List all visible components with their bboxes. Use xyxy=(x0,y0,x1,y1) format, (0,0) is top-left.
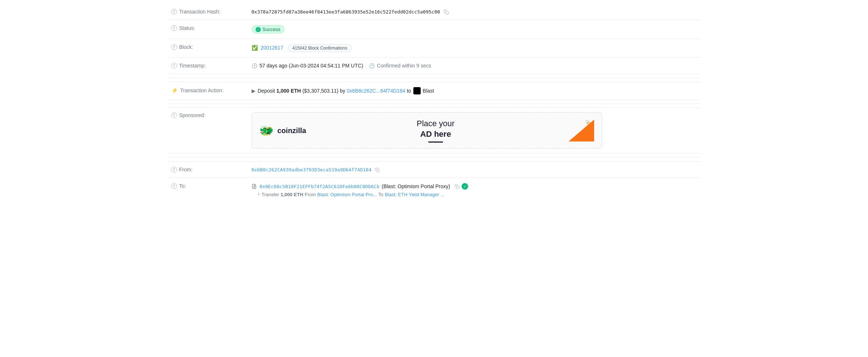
status-label: Status: xyxy=(179,25,195,31)
tx-action-value-cell: ▶ Deposit 1,000 ETH ($3,307,503.11) by 0… xyxy=(248,82,701,100)
clock-icon: 🕐 xyxy=(252,63,257,69)
tx-action-prefix: Deposit xyxy=(258,88,275,94)
lightning-icon: ⚡ xyxy=(171,87,178,94)
block-confirmations-badge: 415042 Block Confirmations xyxy=(288,44,352,52)
sponsored-value-cell: 🐲 coinzilla Place your AD here 🏷️ xyxy=(248,108,701,154)
tx-action-usd: ($3,307,503.11) xyxy=(302,88,339,94)
transfer-row: └ Transfer 1,000 ETH From Blast: Optimis… xyxy=(252,192,697,197)
to-main-row: 0x0Ec68c5B10F21EFFb74f2A5C61DFe6b08C0Db6… xyxy=(252,183,697,190)
ad-left-section: 🐲 coinzilla xyxy=(259,124,306,137)
tx-action-by: by xyxy=(340,88,345,94)
sponsored-help-icon[interactable]: ? xyxy=(171,112,177,118)
timestamp-confirmed: Confirmed within 9 secs xyxy=(377,63,431,69)
svg-rect-0 xyxy=(446,12,448,15)
to-contract-name: (Blast: Optimism Portal Proxy) xyxy=(382,183,450,189)
ad-place-text: Place your AD here xyxy=(417,119,455,139)
tx-hash-value: 0x378a72875fd87a38ee46f8413ee3fa6863935e… xyxy=(252,9,440,15)
to-address-link[interactable]: 0x0Ec68c5B10F21EFFb74f2A5C61DFe6b08C0Db6… xyxy=(260,184,380,189)
transfer-to-label: To xyxy=(378,192,383,197)
tx-hash-help-icon[interactable]: ? xyxy=(171,9,177,15)
section-divider-row-2 xyxy=(168,100,701,108)
transfer-from-label: From xyxy=(305,192,316,197)
block-number-link[interactable]: 20012617 xyxy=(260,45,283,51)
sponsored-label: Sponsored: xyxy=(179,112,206,118)
action-arrow-icon: ▶ xyxy=(252,88,256,94)
tx-action-to: to xyxy=(407,88,411,94)
to-help-icon[interactable]: ? xyxy=(171,183,177,189)
status-label-cell: ? Status: xyxy=(168,20,248,39)
transfer-indent-icon: └ xyxy=(257,193,260,197)
from-label-cell: ? From: xyxy=(168,162,248,178)
to-address-copy-icon[interactable] xyxy=(455,184,459,189)
coinzilla-brand-text: coinzilla xyxy=(278,127,306,135)
ad-underline-decoration xyxy=(428,141,443,143)
svg-rect-4 xyxy=(456,186,459,189)
transfer-from-name-link[interactable]: Blast: Optimism Portal Pro... xyxy=(317,192,377,197)
to-verified-icon: ✓ xyxy=(462,183,468,190)
to-row: 0x0Ec68c5B10F21EFFb74f2A5C61DFe6b08C0Db6… xyxy=(252,183,697,197)
block-check-icon: ✅ xyxy=(252,45,258,51)
tx-hash-value-cell: 0x378a72875fd87a38ee46f8413ee3fa6863935e… xyxy=(248,4,701,20)
status-badge: ✓ Success xyxy=(252,25,284,34)
tx-action-label: Transaction Action: xyxy=(180,88,224,93)
status-check-icon: ✓ xyxy=(256,27,261,32)
timestamp-value-cell: 🕐 57 days ago (Jun-03-2024 04:54:11 PM U… xyxy=(248,58,701,74)
from-help-icon[interactable]: ? xyxy=(171,167,177,172)
transfer-amount: 1,000 ETH xyxy=(280,192,303,197)
tx-action-row: ▶ Deposit 1,000 ETH ($3,307,503.11) by 0… xyxy=(252,87,697,94)
block-help-icon[interactable]: ? xyxy=(171,44,177,50)
timestamp-help-icon[interactable]: ? xyxy=(171,63,177,69)
block-value-cell: ✅ 20012617 415042 Block Confirmations xyxy=(248,39,701,58)
tx-action-dest: Blast xyxy=(423,88,434,94)
sponsored-label-cell: ? Sponsored: xyxy=(168,108,248,154)
coinzilla-monster-icon: 🐲 xyxy=(259,124,274,137)
blast-logo-icon xyxy=(413,87,421,94)
ad-right-decoration: 🏷️ xyxy=(565,120,594,141)
tx-action-label-cell: ⚡ Transaction Action: xyxy=(168,82,248,100)
ad-line1: Place your xyxy=(417,119,455,128)
status-text: Success xyxy=(263,27,280,32)
timestamp-row: 🕐 57 days ago (Jun-03-2024 04:54:11 PM U… xyxy=(252,63,697,69)
svg-rect-1 xyxy=(377,170,379,172)
tx-hash-copy-icon[interactable] xyxy=(444,9,449,15)
to-label: To: xyxy=(179,183,186,189)
from-label: From: xyxy=(179,167,193,172)
tx-hash-label-cell: ? Transaction Hash: xyxy=(168,4,248,20)
timestamp-label-cell: ? Timestamp: xyxy=(168,58,248,74)
timestamp-ago: 57 days ago (Jun-03-2024 04:54:11 PM UTC… xyxy=(260,63,363,69)
confirmed-clock-icon: 🕐 xyxy=(369,63,375,69)
section-divider-row-3 xyxy=(168,154,701,162)
from-address-copy-icon[interactable] xyxy=(375,168,380,172)
ad-banner[interactable]: 🐲 coinzilla Place your AD here 🏷️ xyxy=(252,112,602,149)
tx-hash-label: Transaction Hash: xyxy=(179,9,221,15)
status-help-icon[interactable]: ? xyxy=(171,25,177,31)
ad-center-section: Place your AD here xyxy=(417,119,455,143)
section-divider-row xyxy=(168,74,701,82)
tx-action-amount: 1,000 ETH xyxy=(276,88,301,94)
block-label-cell: ? Block: xyxy=(168,39,248,58)
tx-action-address-link[interactable]: 0x6B8c262C...64f74D184 xyxy=(347,88,405,94)
pipe-separator: | xyxy=(366,63,367,69)
transfer-prefix: Transfer xyxy=(261,192,279,197)
from-address-link[interactable]: 0x6B8c262CA939adbe3793D3eca519a9D64f74D1… xyxy=(252,167,372,172)
block-label: Block: xyxy=(179,44,193,50)
transfer-to-name-link[interactable]: Blast: ETH Yield Manager ... xyxy=(385,192,444,197)
contract-icon xyxy=(252,184,257,189)
timestamp-label: Timestamp: xyxy=(179,63,206,69)
ad-triangle-decoration xyxy=(569,120,594,141)
to-value-cell: 0x0Ec68c5B10F21EFFb74f2A5C61DFe6b08C0Db6… xyxy=(248,178,701,203)
status-value-cell: ✓ Success xyxy=(248,20,701,39)
to-label-cell: ? To: xyxy=(168,178,248,203)
ad-line2: AD here xyxy=(420,129,451,139)
from-value-cell: 0x6B8c262CA939adbe3793D3eca519a9D64f74D1… xyxy=(248,162,701,178)
